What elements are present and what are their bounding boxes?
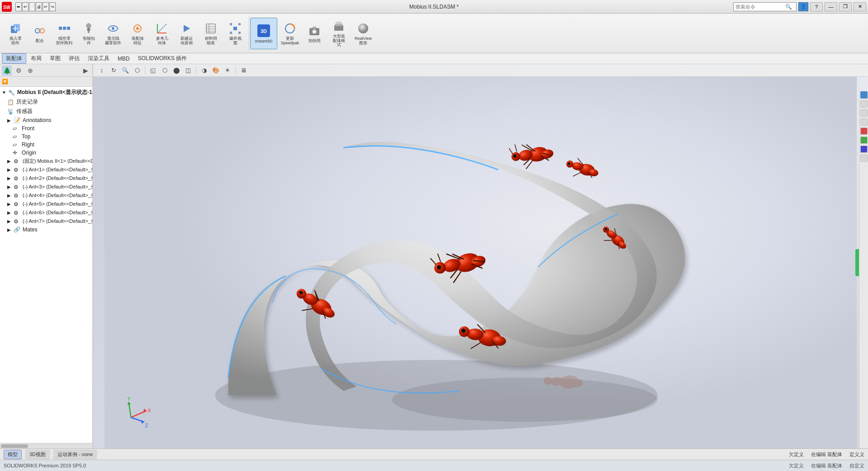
vp-right-btn4[interactable]: [860, 118, 868, 126]
linear-pattern-btn[interactable]: 线性零部件阵列: [52, 18, 76, 49]
ant3-expand-icon: ▶: [7, 184, 12, 189]
tree-root[interactable]: ▼ 🔧 Mobius II (Default<显示状态-1>): [0, 88, 92, 97]
snapshot-btn[interactable]: 拍快照: [303, 18, 326, 49]
tab-model[interactable]: 模型: [4, 450, 22, 459]
motion-study-btn[interactable]: 新建运动算例: [175, 18, 198, 49]
assembly-feature-btn[interactable]: 装配体特征: [126, 18, 149, 49]
menu-layout[interactable]: 布局: [27, 54, 45, 63]
tree-ant6[interactable]: ▶ ⚙ (-) Ant<6> (Default<<Default>_外): [0, 208, 92, 217]
menu-assembly[interactable]: 装配体: [2, 53, 26, 64]
svg-line-19: [157, 24, 166, 33]
tree-ant4[interactable]: ▶ ⚙ (-) Ant<4> (Default<<Default>_外): [0, 191, 92, 200]
help-btn[interactable]: ?: [810, 2, 823, 11]
tree-root-label: Mobius II (Default<显示状态-1>): [17, 89, 92, 96]
feature-tree-btn[interactable]: 🌲: [2, 66, 12, 75]
vp-right-btn5[interactable]: [860, 127, 868, 135]
menu-render[interactable]: 渲染工具: [84, 54, 113, 63]
menu-evaluate[interactable]: 评估: [65, 54, 83, 63]
ant7-icon: ⚙: [14, 218, 21, 225]
tree-ant2[interactable]: ▶ ⚙ (-) Ant<2> (Default<<Default>_外): [0, 174, 92, 183]
vp-zoom-btn[interactable]: 🔍: [120, 66, 130, 75]
insert-component-btn[interactable]: 插入零部件: [4, 18, 27, 49]
vp-right-btn6[interactable]: [860, 137, 868, 144]
tree-top[interactable]: ▱ Top: [0, 132, 92, 141]
menu-mbd[interactable]: MBD: [114, 55, 133, 63]
menu-plugins[interactable]: SOLIDWORKS 插件: [134, 54, 191, 63]
hscroll-thumb[interactable]: [1, 444, 28, 448]
svg-text:Z: Z: [145, 423, 148, 428]
vp-right-btn8[interactable]: [860, 155, 868, 162]
property-btn[interactable]: ⚙: [14, 66, 24, 75]
realview-btn[interactable]: RealView图形: [351, 18, 375, 49]
vp-display-btn[interactable]: 🖥: [238, 66, 248, 75]
tree-front[interactable]: ▱ Front: [0, 124, 92, 132]
tree-ant3[interactable]: ▶ ⚙ (-) Ant<3> (Default<<Default>_外): [0, 183, 92, 191]
undo-btn[interactable]: ↩: [43, 2, 49, 11]
quick-access-btn2[interactable]: ↩: [22, 2, 28, 11]
vp-section-btn[interactable]: ◑: [199, 66, 209, 75]
search-input[interactable]: [735, 4, 785, 9]
vp-right-btn7[interactable]: [860, 146, 868, 153]
sw-logo: SW ⬅ ↩ 📄 🖨 ↩ ↪: [2, 2, 56, 12]
vp-appearance-btn[interactable]: 🎨: [211, 66, 221, 75]
annotations-icon: 📝: [14, 117, 21, 123]
bom-btn[interactable]: 材料明细表: [199, 18, 223, 49]
vp-right-btn2[interactable]: [860, 100, 868, 108]
instant3d-label: Instant3D: [255, 39, 273, 43]
tree-mobius-fixed[interactable]: ▶ ⚙ (固定) Mobius II<1> (Default<<De: [0, 157, 92, 165]
vp-shaded-btn[interactable]: ⬤: [171, 66, 181, 75]
tree-ant1[interactable]: ▶ ⚙ (-) Ant<1> (Default<<Default>_外): [0, 165, 92, 174]
vp-select-btn[interactable]: ⬡: [132, 66, 142, 75]
quick-access-btn3[interactable]: 📄: [29, 2, 35, 11]
quick-access-btn[interactable]: ⬅: [15, 2, 22, 11]
config-btn[interactable]: ⊕: [25, 66, 35, 75]
quick-access-btn4[interactable]: 🖨: [36, 2, 42, 11]
mate-btn[interactable]: 配合: [28, 18, 52, 49]
smart-fastener-btn[interactable]: 智能扣件: [77, 18, 100, 49]
tree-ant5[interactable]: ▶ ⚙ (-) Ant<5> (Default<<Default>_外): [0, 200, 92, 208]
large-assembly-btn[interactable]: 大型装配体模式: [327, 18, 351, 49]
front-plane-icon: ▱: [13, 125, 20, 132]
mobius-expand-icon: ▶: [7, 159, 12, 164]
left-hscroll[interactable]: [0, 443, 92, 448]
green-side-tab[interactable]: [855, 249, 859, 276]
menu-sketch[interactable]: 草图: [46, 54, 64, 63]
panel-more-btn[interactable]: ▶: [81, 66, 90, 75]
vp-wireframe-btn[interactable]: ⬡: [160, 66, 170, 75]
redo-btn[interactable]: ↪: [49, 2, 56, 11]
vp-pan-btn[interactable]: ↕: [97, 66, 107, 75]
vp-right-btn3[interactable]: [860, 109, 868, 117]
tab-motion[interactable]: 运动算例 - none: [53, 450, 97, 459]
speedpak-btn[interactable]: 更新Speedpak: [278, 18, 302, 49]
show-hide-label: 显示隐藏零部件: [105, 37, 121, 46]
tree-ant7[interactable]: ▶ ⚙ (-) Ant<7> (Default<<Default>_外): [0, 217, 92, 226]
tree-origin[interactable]: ✛ Origin: [0, 149, 92, 157]
vp-rotate-btn[interactable]: ↻: [109, 66, 119, 75]
ref-geometry-btn[interactable]: 参考几何体: [150, 18, 174, 49]
tree-mates[interactable]: ▶ 🔗 Mates: [0, 226, 92, 234]
user-icon[interactable]: 👤: [798, 2, 808, 11]
tab-3dview[interactable]: 3D视图: [25, 450, 50, 459]
tree-sensors[interactable]: 📡 传感器: [0, 107, 92, 116]
tree-annotations[interactable]: ▶ 📝 Annotations: [0, 116, 92, 124]
show-hide-btn[interactable]: 显示隐藏零部件: [101, 18, 125, 49]
tree-history[interactable]: 📋 历史记录: [0, 97, 92, 107]
vp-view-orient-btn[interactable]: ◱: [148, 66, 158, 75]
search-bar[interactable]: 🔍: [733, 2, 797, 11]
filter-bar: 🔽: [0, 77, 92, 87]
vp-right-btn1[interactable]: [860, 91, 868, 99]
realview-label: RealView图形: [355, 37, 372, 46]
explode-view-btn[interactable]: 爆炸视图: [223, 18, 247, 49]
viewport[interactable]: ↕ ↻ 🔍 ⬡ ◱ ⬡ ⬤ ◫ ◑ 🎨 ☀ 🖥: [93, 64, 868, 448]
restore-btn[interactable]: ❐: [839, 2, 852, 11]
tree-right[interactable]: ▱ Right: [0, 141, 92, 149]
vp-light-btn[interactable]: ☀: [223, 66, 232, 75]
vp-hidden-btn[interactable]: ◫: [183, 66, 193, 75]
origin-icon: ✛: [13, 150, 20, 156]
instant3d-btn[interactable]: 3D Instant3D: [250, 18, 277, 49]
minimize-btn[interactable]: —: [825, 2, 837, 11]
close-btn[interactable]: ✕: [854, 2, 866, 11]
svg-point-46: [392, 377, 658, 422]
status-customize[interactable]: 定义义: [849, 451, 864, 458]
bottom-customize[interactable]: 自定义: [849, 462, 864, 469]
